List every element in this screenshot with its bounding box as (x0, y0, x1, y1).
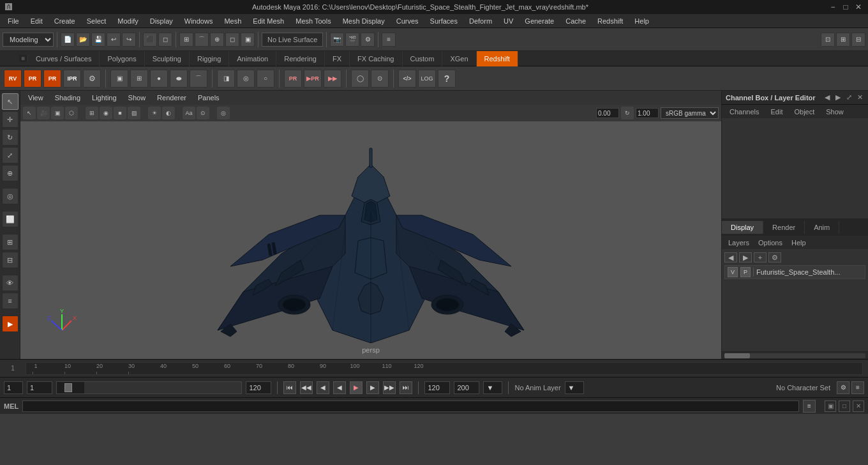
transport-play-fwd[interactable]: ▶ (350, 381, 363, 394)
redo-btn[interactable]: ↪ (122, 33, 136, 47)
snap-view-btn[interactable]: ◻ (225, 33, 239, 47)
menu-display[interactable]: Display (145, 16, 178, 26)
vp-menu-show[interactable]: Show (123, 93, 151, 103)
menu-edit-mesh[interactable]: Edit Mesh (248, 16, 289, 26)
transport-prev-key[interactable]: ◀◀ (300, 381, 313, 394)
char-set-btn-1[interactable]: ⚙ (837, 381, 849, 394)
menu-windows[interactable]: Windows (179, 16, 218, 26)
layer-arrow-right[interactable]: ▶ (739, 252, 752, 263)
timeline-ruler[interactable]: 1 10 20 30 40 50 60 70 80 90 100 110 120 (26, 362, 863, 375)
rotate-tool[interactable]: ↻ (2, 129, 19, 146)
cb-prev-btn[interactable]: ◀ (823, 93, 832, 102)
rs-ipr-btn[interactable]: PR (24, 70, 41, 88)
vp-menu-renderer[interactable]: Renderer (152, 93, 191, 103)
lem-options[interactable]: Options (754, 238, 786, 248)
render-settings-btn[interactable]: 🎬 (345, 33, 359, 47)
menu-select[interactable]: Select (82, 16, 112, 26)
tab-redshift[interactable]: Redshift (477, 51, 518, 66)
tab-sculpting[interactable]: Sculpting (145, 51, 190, 66)
show-hide-btn[interactable]: 👁 (2, 275, 19, 291)
menu-edit[interactable]: Edit (26, 16, 48, 26)
snap-together-btn[interactable]: ⊞ (2, 234, 19, 250)
vp-value-input[interactable] (596, 108, 619, 118)
tab-rendering[interactable]: Rendering (276, 51, 325, 66)
maximize-button[interactable]: □ (841, 3, 850, 11)
rs-capsule-btn[interactable]: ⬬ (170, 70, 188, 88)
cb-edit-menu[interactable]: Edit (765, 107, 788, 117)
hypershade-btn[interactable]: ⚙ (361, 33, 375, 47)
vp-texture-btn[interactable]: ▨ (128, 107, 140, 119)
mel-script-editor-btn[interactable]: ≡ (803, 400, 816, 413)
menu-uv[interactable]: UV (498, 16, 518, 26)
taskbar-close-btn[interactable]: ✕ (853, 400, 864, 412)
rs-pr-stop-btn[interactable]: ▶▶ (324, 70, 341, 88)
menu-file[interactable]: File (3, 16, 24, 26)
playback-speed-input[interactable] (424, 381, 450, 394)
layout-btn-2[interactable]: ⊞ (836, 33, 850, 47)
rs-mat-btn[interactable]: ◯ (351, 70, 369, 88)
range-start-input[interactable] (27, 381, 52, 394)
cb-show-menu[interactable]: Show (821, 107, 849, 117)
tab-fx[interactable]: FX (325, 51, 350, 66)
transport-prev-frame[interactable]: ◀ (317, 381, 329, 394)
menu-generate[interactable]: Generate (520, 16, 559, 26)
menu-mesh[interactable]: Mesh (219, 16, 246, 26)
layer-visibility-btn[interactable]: V (728, 267, 738, 277)
cb-channels-menu[interactable]: Channels (724, 107, 764, 117)
transport-next-key[interactable]: ▶▶ (383, 381, 396, 394)
rs-pr-left-btn[interactable]: PR (284, 70, 302, 88)
range-end-input[interactable] (246, 381, 271, 394)
workspace-dropdown[interactable]: Modeling (3, 33, 54, 47)
transport-goto-end[interactable]: ⏭ (400, 381, 412, 394)
le-tab-render[interactable]: Render (763, 221, 805, 234)
anim-layer-dropdown-arrow[interactable]: ▼ (565, 381, 584, 394)
vp-solid-btn[interactable]: ■ (114, 107, 126, 119)
rs-proxy-btn[interactable]: </> (398, 70, 416, 88)
rs-pr-right-btn[interactable]: ▶PR (304, 70, 322, 88)
universal-tool[interactable]: ⊕ (2, 165, 19, 181)
layer-playback-btn[interactable]: P (740, 267, 751, 277)
menu-mesh-display[interactable]: Mesh Display (338, 16, 390, 26)
playback-range-slider[interactable] (56, 381, 242, 394)
le-tab-anim[interactable]: Anim (805, 221, 839, 234)
cb-next-btn[interactable]: ▶ (834, 93, 842, 102)
transport-next-frame[interactable]: ▶ (366, 381, 379, 394)
select-tool-btn[interactable]: ⬛ (143, 33, 157, 47)
vp-rotate-icon[interactable]: ↻ (621, 107, 634, 119)
tab-animation[interactable]: Animation (229, 51, 276, 66)
taskbar-window-btn[interactable]: □ (839, 400, 850, 412)
menu-create[interactable]: Create (49, 16, 80, 26)
fps-input[interactable] (454, 381, 479, 394)
render-view-btn[interactable]: 📷 (330, 33, 344, 47)
viewport[interactable]: View Shading Lighting Show Renderer Pane… (20, 91, 721, 359)
tab-custom[interactable]: Custom (403, 51, 443, 66)
undo-btn[interactable]: ↩ (107, 33, 121, 47)
transport-play-back[interactable]: ◀ (333, 381, 346, 394)
display-layer-btn[interactable]: ≡ (2, 293, 19, 309)
rs-log-btn[interactable]: LOG (418, 70, 436, 88)
rs-ipr3-btn[interactable]: IPR (63, 70, 81, 88)
rs-area-light-btn[interactable]: ◨ (217, 70, 235, 88)
layout-btn-1[interactable]: ⊡ (821, 33, 835, 47)
menu-mesh-tools[interactable]: Mesh Tools (290, 16, 336, 26)
cb-close-btn[interactable]: ✕ (855, 93, 864, 102)
snap-point-btn[interactable]: ⊕ (210, 33, 224, 47)
cb-object-menu[interactable]: Object (789, 107, 819, 117)
vp-select-btn[interactable]: ↖ (23, 107, 36, 119)
layer-row[interactable]: V P Futuristic_Space_Stealth... (724, 265, 865, 279)
save-scene-btn[interactable]: 💾 (91, 33, 105, 47)
vp-menu-lighting[interactable]: Lighting (87, 93, 122, 103)
rs-settings-btn[interactable]: ⚙ (83, 70, 101, 88)
rs-dome-light-btn[interactable]: ◎ (237, 70, 255, 88)
layer-arrow-left[interactable]: ◀ (724, 252, 737, 263)
vp-anim-btn[interactable]: ▣ (51, 107, 64, 119)
vp-cam-btn[interactable]: 🎥 (37, 107, 50, 119)
layer-scroll-thumb[interactable] (724, 353, 750, 358)
tab-fx-caching[interactable]: FX Caching (350, 51, 402, 66)
rs-sphere-btn[interactable]: ● (150, 70, 168, 88)
snap-to-btn[interactable]: ⊟ (2, 252, 19, 268)
rs-dome-btn[interactable]: ⌒ (190, 70, 207, 88)
vp-mesh-btn[interactable]: ⬡ (65, 107, 78, 119)
menu-redshift[interactable]: Redshift (592, 16, 628, 26)
snap-grid-btn[interactable]: ⊞ (179, 33, 193, 47)
